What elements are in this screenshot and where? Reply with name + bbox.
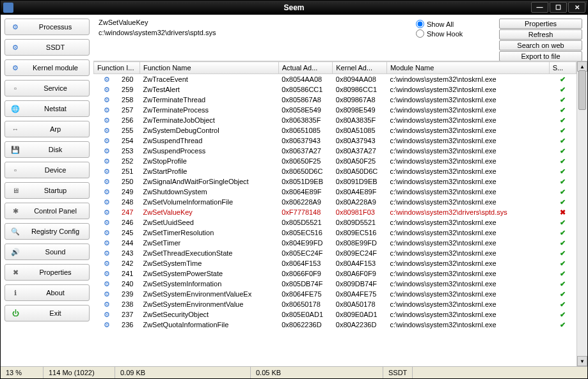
cell-kernel-address: 0x80A37943 — [333, 135, 387, 146]
table-row[interactable]: ⚙259ZwTestAlert0x80586CC10x80986CC1c:\wi… — [94, 84, 576, 95]
refresh-button[interactable]: Refresh — [499, 29, 582, 40]
vertical-scrollbar[interactable]: ▲ ▼ — [576, 61, 587, 366]
radio-show-all-input[interactable] — [416, 20, 424, 28]
sidebar-item-properties[interactable]: ✖Properties — [4, 264, 90, 281]
cell-status: ✔ — [549, 84, 576, 95]
sidebar-item-label: Startup — [27, 187, 84, 194]
sidebar-item-startup[interactable]: 🖥Startup — [4, 182, 90, 199]
cell-index: 239 — [111, 289, 139, 299]
table-row[interactable]: ⚙237ZwSetSecurityObject0x805E0AD10x809E0… — [94, 309, 576, 320]
table-row[interactable]: ⚙244ZwSetTimer0x804E99FD0x808E99FDc:\win… — [94, 238, 576, 248]
radio-show-hook-input[interactable] — [416, 29, 424, 38]
table-row[interactable]: ⚙242ZwSetSystemTime0x8064F1530x80A4F153c… — [94, 258, 576, 268]
table-row[interactable]: ⚙256ZwTerminateJobObject0x8063835F0x80A3… — [94, 115, 576, 125]
table-row[interactable]: ⚙253ZwSuspendProcess0x80637A270x80A37A27… — [94, 146, 576, 156]
table-row[interactable]: ⚙257ZwTerminateProcess0x8058E5490x8098E5… — [94, 105, 576, 115]
table-row[interactable]: ⚙240ZwSetSystemInformation0x805DB74F0x80… — [94, 279, 576, 289]
sidebar-item-service[interactable]: ▫Service — [4, 80, 90, 97]
scroll-thumb[interactable] — [578, 70, 586, 110]
cell-actual-address: 0x8058E549 — [278, 105, 333, 115]
cell-status: ✔ — [549, 258, 576, 268]
table-row[interactable]: ⚙258ZwTerminateThread0x805867A80x809867A… — [94, 95, 576, 105]
cell-index: 256 — [111, 115, 139, 125]
cell-function-name: ZwSetQuotaInformationFile — [139, 320, 278, 330]
table-row[interactable]: ⚙246ZwSetUuidSeed0x805D55210x809D5521c:\… — [94, 217, 576, 228]
col-status[interactable]: S... — [549, 62, 576, 74]
sidebar-item-arp[interactable]: ↔Arp — [4, 121, 90, 137]
gear-icon: ⚙ — [94, 238, 111, 248]
cell-module-name: c:\windows\system32\ntoskrnl.exe — [386, 166, 549, 176]
cell-actual-address: 0x80586CC1 — [278, 84, 333, 95]
radio-show-hook[interactable]: Show Hook — [416, 29, 493, 38]
sidebar-item-disk[interactable]: 💾Disk — [4, 141, 90, 158]
table-row[interactable]: ⚙255ZwSystemDebugControl0x806510850x80A5… — [94, 125, 576, 135]
net-icon: ↔ — [10, 124, 20, 134]
gear-icon: ⚙ — [94, 187, 111, 197]
cell-function-name: ZwSetSecurityObject — [139, 309, 278, 320]
power-icon: ⏻ — [10, 308, 20, 318]
col-actual[interactable]: Actual Ad... — [278, 62, 333, 74]
gear-icon: ⚙ — [94, 166, 111, 176]
gear-icon: ⚙ — [94, 125, 111, 135]
col-index[interactable]: Function I... — [94, 62, 140, 74]
col-module[interactable]: Module Name — [386, 62, 549, 74]
monitor-icon: 🖥 — [10, 185, 20, 196]
scroll-down-arrow[interactable]: ▼ — [577, 356, 587, 366]
table-row[interactable]: ⚙239ZwSetSystemEnvironmentValueEx0x8064F… — [94, 289, 576, 299]
table-row[interactable]: ⚙248ZwSetVolumeInformationFile0x806228A9… — [94, 197, 576, 207]
sidebar-item-control-panel[interactable]: ✱Control Panel — [4, 203, 90, 219]
cell-actual-address: 0x8063835F — [278, 115, 333, 125]
table-row[interactable]: ⚙250ZwSignalAndWaitForSingleObject0x8051… — [94, 176, 576, 187]
cell-index: 255 — [111, 125, 139, 135]
cell-index: 257 — [111, 105, 139, 115]
close-button[interactable]: ✕ — [568, 2, 585, 13]
cell-kernel-address: 0x80A6F0F9 — [333, 268, 387, 279]
col-kernel[interactable]: Kernel Ad... — [333, 62, 387, 74]
col-name[interactable]: Function Name — [139, 62, 278, 74]
titlebar[interactable]: Seem — ☐ ✕ — [1, 1, 587, 15]
table-row[interactable]: ⚙251ZwStartProfile0x80650D6C0x80A50D6Cc:… — [94, 166, 576, 176]
sidebar-item-kernel-module[interactable]: ⚙Kernel module — [4, 59, 90, 76]
sidebar-item-registry-config[interactable]: 🔍Registry Config — [4, 223, 90, 240]
minimize-button[interactable]: — — [531, 2, 548, 13]
sidebar-item-netstat[interactable]: 🌐Netstat — [4, 100, 90, 117]
cell-kernel-address: 0x80A4F153 — [333, 258, 387, 268]
cell-module-name: c:\windows\system32\ntoskrnl.exe — [386, 84, 549, 95]
cell-function-name: ZwTerminateThread — [139, 95, 278, 105]
export-button[interactable]: Export to file — [499, 51, 582, 61]
search-web-button[interactable]: Search on web — [499, 40, 582, 50]
table-row[interactable]: ⚙252ZwStopProfile0x80650F250x80A50F25c:\… — [94, 156, 576, 166]
check-icon: ✔ — [560, 178, 566, 185]
search-icon: 🔍 — [10, 226, 20, 236]
gear-icon: ⚙ — [94, 248, 111, 258]
disk-icon: 💾 — [10, 144, 20, 155]
properties-button[interactable]: Properties — [499, 19, 582, 29]
maximize-button[interactable]: ☐ — [550, 2, 567, 13]
cell-actual-address: 0x8062236D — [278, 320, 333, 330]
ssdt-grid[interactable]: Function I... Function Name Actual Ad...… — [93, 61, 576, 366]
radio-show-all[interactable]: Show All — [416, 20, 493, 28]
cell-module-name: c:\windows\system32\ntoskrnl.exe — [386, 176, 549, 187]
cell-function-name: ZwTerminateJobObject — [139, 115, 278, 125]
sidebar-item-device[interactable]: ▫Device — [4, 162, 90, 178]
cell-actual-address: 0x804E99FD — [278, 238, 333, 248]
sidebar-item-exit[interactable]: ⏻Exit — [4, 305, 90, 321]
cell-function-name: ZwSuspendProcess — [139, 146, 278, 156]
table-row[interactable]: ⚙236ZwSetQuotaInformationFile0x8062236D0… — [94, 320, 576, 330]
sidebar-item-ssdt[interactable]: ⚙SSDT — [4, 39, 90, 56]
app-window: Seem — ☐ ✕ ⚙Processus⚙SSDT⚙Kernel module… — [0, 0, 588, 379]
cell-module-name: c:\windows\system32\ntoskrnl.exe — [386, 258, 549, 268]
table-row[interactable]: ⚙245ZwSetTimerResolution0x805EC5160x809E… — [94, 228, 576, 238]
table-row[interactable]: ⚙238ZwSetSystemEnvironmentValue0x8065017… — [94, 299, 576, 309]
table-row[interactable]: ⚙243ZwSetThreadExecutionState0x805EC24F0… — [94, 248, 576, 258]
table-row[interactable]: ⚙247ZwSetValueKey0xF77781480x80981F03c:\… — [94, 207, 576, 217]
sidebar-item-processus[interactable]: ⚙Processus — [4, 19, 90, 35]
table-row[interactable]: ⚙249ZwShutdownSystem0x8064E89F0x80A4E89F… — [94, 187, 576, 197]
sidebar-item-sound[interactable]: 🔊Sound — [4, 244, 90, 260]
table-row[interactable]: ⚙241ZwSetSystemPowerState0x8066F0F90x80A… — [94, 268, 576, 279]
sidebar-item-about[interactable]: ℹAbout — [4, 284, 90, 301]
table-row[interactable]: ⚙254ZwSuspendThread0x806379430x80A37943c… — [94, 135, 576, 146]
cell-index: 248 — [111, 197, 139, 207]
table-row[interactable]: ⚙260ZwTraceEvent0x8054AA080x8094AA08c:\w… — [94, 74, 576, 85]
cell-kernel-address: 0x809867A8 — [333, 95, 387, 105]
